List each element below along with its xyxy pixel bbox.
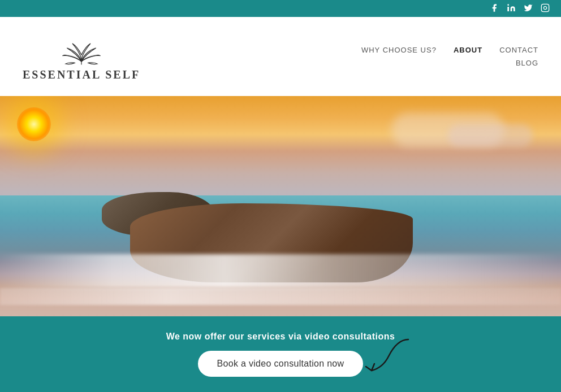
nav-row-1: WHY CHOOSE US? ABOUT CONTACT: [361, 46, 538, 54]
nav-about[interactable]: ABOUT: [454, 46, 482, 54]
nav-row-2: BLOG: [516, 59, 538, 67]
cta-button-area: Book a video consultation now: [198, 351, 364, 377]
hero-section: [0, 96, 561, 316]
svg-point-0: [507, 4, 509, 6]
logo-area[interactable]: ESSENTIAL SELF: [23, 32, 140, 81]
nav: WHY CHOOSE US? ABOUT CONTACT BLOG: [361, 46, 538, 67]
nav-blog[interactable]: BLOG: [516, 59, 538, 67]
header: ESSENTIAL SELF WHY CHOOSE US? ABOUT CONT…: [0, 17, 561, 96]
hero-image: [0, 96, 561, 316]
arrow-icon: [357, 334, 414, 379]
cta-section: We now offer our services via video cons…: [0, 316, 561, 392]
sun: [17, 107, 51, 141]
wave-foam-2: [0, 288, 561, 305]
lotus-logo-icon: [59, 32, 104, 66]
nav-why-choose-us[interactable]: WHY CHOOSE US?: [361, 46, 437, 54]
svg-rect-1: [541, 4, 549, 11]
linkedin-icon[interactable]: [507, 3, 516, 14]
twitter-icon[interactable]: [524, 3, 533, 14]
wave-foam-1: [0, 254, 561, 288]
top-bar: [0, 0, 561, 17]
logo-text: ESSENTIAL SELF: [23, 68, 140, 81]
arrow-container: [357, 334, 414, 379]
book-consultation-button[interactable]: Book a video consultation now: [198, 351, 364, 377]
nav-contact[interactable]: CONTACT: [499, 46, 538, 54]
facebook-icon[interactable]: [490, 3, 499, 14]
cloud-2: [448, 124, 533, 147]
instagram-icon[interactable]: [541, 3, 550, 14]
